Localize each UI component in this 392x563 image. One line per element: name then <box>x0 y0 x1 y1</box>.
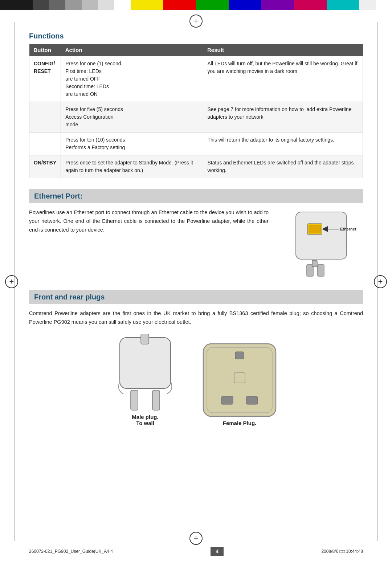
female-plug-label: Female Plug. <box>223 420 257 426</box>
front-rear-plugs-title: Front and rear plugs <box>34 293 358 301</box>
adapter-illustration: Ethernet Port <box>285 208 358 279</box>
front-rear-plugs-text: Comtrend Powerline adapters are the firs… <box>29 309 363 327</box>
footer: 260072-021_PG902_User_Guide(UK_A4 4 4 20… <box>29 547 363 556</box>
svg-rect-6 <box>318 265 324 276</box>
color-bar <box>0 0 392 10</box>
svg-rect-10 <box>131 390 138 410</box>
table-cell-button <box>29 102 61 132</box>
table-header-button: Button <box>29 44 61 56</box>
svg-rect-11 <box>152 390 160 410</box>
male-plug-label: Male plug. To wall <box>132 414 158 426</box>
color-bar-segment <box>16 0 33 10</box>
table-cell-action: Press once to set the adapter to Standby… <box>61 155 203 178</box>
footer-left: 260072-021_PG902_User_Guide(UK_A4 4 <box>29 549 113 554</box>
registration-mark-left <box>5 275 18 288</box>
table-cell-action: Press for ten (10) secondsPerforms a Fac… <box>61 132 203 155</box>
color-bar-segment <box>376 0 392 10</box>
svg-rect-15 <box>221 396 233 404</box>
color-bar-segment <box>359 0 376 10</box>
ethernet-port-title: Ethernet Port: <box>34 192 358 200</box>
ethernet-port-image: Ethernet Port <box>279 208 363 279</box>
color-bar-segment <box>0 0 16 10</box>
color-bar-segment <box>229 0 245 10</box>
color-bar-segment <box>147 0 163 10</box>
color-bar-segment <box>294 0 310 10</box>
svg-rect-16 <box>246 396 258 404</box>
color-bar-segment <box>33 0 49 10</box>
svg-rect-9 <box>141 334 149 344</box>
color-bar-segment <box>196 0 212 10</box>
main-content: Functions Button Action Result CONFIG/ R… <box>29 32 363 534</box>
color-bar-segment <box>98 0 114 10</box>
ethernet-port-text: Powerlines use an Ethernet port to conne… <box>29 208 269 234</box>
svg-rect-7 <box>312 260 317 267</box>
registration-mark-top <box>189 15 203 28</box>
table-cell-result: Status and Ethernet LEDs are switched of… <box>203 155 363 178</box>
female-plug-svg <box>200 340 279 420</box>
functions-table: Button Action Result CONFIG/ RESET Press… <box>29 44 363 178</box>
left-registration-area <box>5 275 18 288</box>
color-bar-segment <box>49 0 65 10</box>
registration-mark-bottom <box>189 532 203 545</box>
color-bar-segment <box>261 0 278 10</box>
table-cell-result: This will return the adapter to its orig… <box>203 132 363 155</box>
table-row: ON/STBY Press once to set the adapter to… <box>29 155 363 178</box>
plugs-images: Male plug. To wall <box>29 334 363 426</box>
table-cell-result: See page 7 for more information on how t… <box>203 102 363 132</box>
table-cell-action: Press for one (1) second.First time: LED… <box>61 56 203 102</box>
color-bar-segment <box>278 0 294 10</box>
color-bar-segment <box>163 0 180 10</box>
svg-rect-2 <box>309 225 320 233</box>
table-row: Press for ten (10) secondsPerforms a Fac… <box>29 132 363 155</box>
table-row: CONFIG/ RESET Press for one (1) second.F… <box>29 56 363 102</box>
table-cell-button: ON/STBY <box>29 155 61 178</box>
top-registration-area <box>0 10 392 32</box>
male-plug-container: Male plug. To wall <box>113 334 178 426</box>
svg-rect-14 <box>235 352 244 359</box>
ethernet-port-section: Powerlines use an Ethernet port to conne… <box>29 208 363 279</box>
svg-rect-8 <box>120 338 171 388</box>
female-plug-container: Female Plug. <box>200 340 279 426</box>
table-cell-button <box>29 132 61 155</box>
table-header-action: Action <box>61 44 203 56</box>
table-cell-action: Press for five (5) secondsAccess Configu… <box>61 102 203 132</box>
front-rear-plugs-heading-bar: Front and rear plugs <box>29 290 363 304</box>
color-bar-segment <box>212 0 229 10</box>
svg-rect-0 <box>296 212 347 259</box>
color-bar-segment <box>343 0 359 10</box>
ethernet-port-heading-bar: Ethernet Port: <box>29 189 363 203</box>
svg-text:Ethernet Port: Ethernet Port <box>340 227 358 231</box>
color-bar-segment <box>327 0 343 10</box>
table-header-result: Result <box>203 44 363 56</box>
male-plug-svg <box>113 334 178 414</box>
right-registration-area <box>374 275 387 288</box>
page-number: 4 <box>211 547 224 556</box>
color-bar-segment <box>114 0 131 10</box>
table-cell-result: All LEDs will turn off, but the Powerlin… <box>203 56 363 102</box>
bottom-registration-area <box>189 532 203 545</box>
registration-mark-right <box>374 275 387 288</box>
front-rear-plugs-section: Front and rear plugs Comtrend Powerline … <box>29 290 363 426</box>
table-row: Press for five (5) secondsAccess Configu… <box>29 102 363 132</box>
color-bar-segment <box>180 0 196 10</box>
color-bar-segment <box>82 0 98 10</box>
color-bar-segment <box>245 0 261 10</box>
functions-title: Functions <box>29 32 363 40</box>
table-cell-button: CONFIG/ RESET <box>29 56 61 102</box>
color-bar-segment <box>131 0 147 10</box>
color-bar-segment <box>310 0 327 10</box>
footer-right: 2008/8/6 □□ 10:44:48 <box>321 549 363 554</box>
color-bar-segment <box>65 0 82 10</box>
